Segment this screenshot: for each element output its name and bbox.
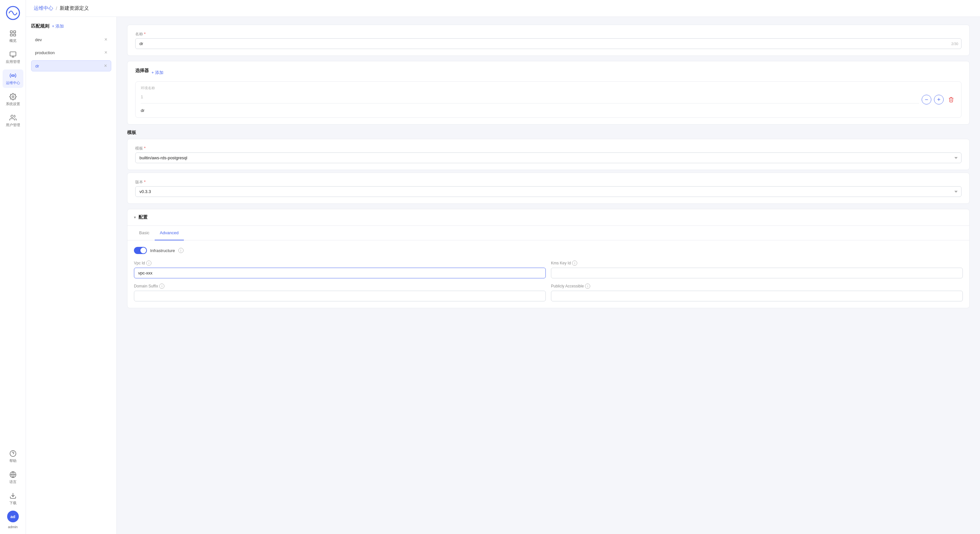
name-label: 名称 *	[135, 32, 961, 37]
sidebar-bottom: 帮助 语言 下载 ad admin	[3, 447, 23, 529]
template-select[interactable]: builtin/aws-rds-postgresql	[135, 153, 961, 163]
config-header[interactable]: ▾ 配置	[127, 209, 969, 226]
infrastructure-toggle-row: Infrastructure i	[134, 247, 963, 254]
version-select[interactable]: v0.3.3	[135, 186, 961, 197]
breadcrumb-link[interactable]: 运维中心	[34, 5, 53, 11]
version-select-wrapper: v0.3.3	[135, 186, 961, 197]
sidebar-item-user-management[interactable]: 用户管理	[3, 112, 23, 130]
rule-item-dr[interactable]: dr ×	[31, 61, 111, 72]
publicly-accessible-group: Publicly Accessible i	[551, 284, 963, 301]
matching-rule-header: 匹配规则 + 添加	[31, 23, 111, 29]
add-rule-button[interactable]: + 添加	[52, 23, 64, 29]
svg-point-7	[12, 96, 14, 98]
domain-suffix-label: Domain Suffix i	[134, 284, 546, 289]
rule-item-production[interactable]: production ×	[31, 47, 111, 58]
minus-button[interactable]: −	[922, 95, 931, 104]
logo	[5, 5, 21, 21]
config-title: 配置	[138, 214, 148, 220]
infrastructure-toggle[interactable]	[134, 247, 147, 254]
vpc-id-group: Vpc Id i	[134, 260, 546, 278]
selector-number[interactable]	[141, 94, 154, 99]
selector-title: 选择器	[135, 68, 149, 73]
delete-button[interactable]	[946, 95, 956, 104]
content-area: 匹配规则 + 添加 dev × production × dr × 名称 *	[26, 17, 980, 534]
publicly-accessible-info-icon[interactable]: i	[585, 284, 590, 289]
selector-header: 选择器 + 添加	[135, 68, 961, 78]
domain-suffix-info-icon[interactable]: i	[159, 284, 164, 289]
publicly-accessible-input[interactable]	[551, 291, 963, 301]
rule-item-dev[interactable]: dev ×	[31, 34, 111, 45]
tab-advanced[interactable]: Advanced	[155, 226, 184, 241]
sidebar-item-system-settings[interactable]: 系统设置	[3, 91, 23, 109]
right-panel: 名称 * 2/30 选择器 + 添加 环境名称	[117, 17, 980, 534]
sidebar: 概览 应用管理 运维中心 系统设置 用户管理	[0, 0, 26, 534]
sidebar-item-overview[interactable]: 概览	[3, 27, 23, 46]
selector-value-input[interactable]	[141, 107, 919, 113]
main-content: 运维中心 / 新建资源定义 匹配规则 + 添加 dev × production…	[26, 0, 980, 534]
left-panel: 匹配规则 + 添加 dev × production × dr ×	[26, 17, 117, 534]
infrastructure-info-icon[interactable]: i	[178, 248, 183, 253]
matching-rule-title: 匹配规则	[31, 23, 49, 29]
name-card: 名称 * 2/30	[127, 25, 970, 56]
close-icon-production[interactable]: ×	[104, 50, 107, 55]
kms-key-info-icon[interactable]: i	[572, 260, 577, 266]
char-count: 2/30	[951, 42, 958, 46]
svg-rect-5	[10, 52, 16, 56]
close-icon-dev[interactable]: ×	[104, 37, 107, 42]
publicly-accessible-label: Publicly Accessible i	[551, 284, 963, 289]
svg-rect-1	[10, 31, 12, 33]
plus-button[interactable]: +	[934, 95, 944, 104]
avatar: ad	[7, 511, 19, 522]
config-section: ▾ 配置 Basic Advanced Infrastructure i	[127, 209, 970, 308]
infrastructure-label: Infrastructure	[150, 248, 175, 253]
version-label: 版本 *	[135, 179, 961, 185]
kms-key-id-input[interactable]	[551, 268, 963, 278]
template-select-wrapper: builtin/aws-rds-postgresql	[135, 153, 961, 163]
vpc-id-label: Vpc Id i	[134, 260, 546, 266]
config-tabs: Basic Advanced	[127, 226, 969, 241]
kms-key-id-label: Kms Key Id i	[551, 260, 963, 266]
version-card: 版本 * v0.3.3	[127, 172, 970, 204]
header: 运维中心 / 新建资源定义	[26, 0, 980, 17]
env-label: 环境名称	[141, 86, 919, 91]
svg-point-6	[12, 75, 14, 77]
svg-rect-2	[13, 31, 15, 33]
vpc-id-input[interactable]	[134, 268, 546, 278]
selector-row: 环境名称 − +	[135, 81, 961, 118]
svg-point-8	[11, 115, 13, 118]
svg-rect-4	[13, 34, 15, 36]
name-input[interactable]	[135, 38, 961, 49]
template-label: 模板 *	[135, 146, 961, 151]
user-name: admin	[8, 525, 18, 529]
svg-rect-3	[10, 34, 12, 36]
sidebar-item-app-management[interactable]: 应用管理	[3, 48, 23, 67]
selector-input-group: 环境名称	[141, 86, 919, 113]
close-icon-dr[interactable]: ×	[104, 63, 107, 69]
config-body: Infrastructure i Vpc Id i	[127, 241, 969, 308]
svg-point-9	[10, 451, 16, 456]
domain-suffix-group: Domain Suffix i	[134, 284, 546, 301]
page-title: 新建资源定义	[60, 5, 89, 11]
breadcrumb-separator: /	[56, 5, 57, 11]
selector-card: 选择器 + 添加 环境名称 − +	[127, 61, 970, 124]
tab-basic[interactable]: Basic	[134, 226, 155, 241]
vpc-id-info-icon[interactable]: i	[146, 260, 151, 266]
domain-suffix-input[interactable]	[134, 291, 546, 301]
kms-key-id-group: Kms Key Id i	[551, 260, 963, 278]
sidebar-item-help[interactable]: 帮助	[3, 447, 23, 466]
chevron-down-icon: ▾	[134, 215, 136, 220]
sidebar-item-download[interactable]: 下载	[3, 489, 23, 508]
sidebar-item-language[interactable]: 语言	[3, 469, 23, 487]
name-input-wrapper: 2/30	[135, 38, 961, 49]
template-card: 模板 * builtin/aws-rds-postgresql	[127, 139, 970, 170]
sidebar-item-ops-center[interactable]: 运维中心	[3, 69, 23, 88]
template-section-title: 模板	[127, 130, 970, 135]
field-grid: Vpc Id i Kms Key Id i	[134, 260, 963, 301]
add-selector-button[interactable]: + 添加	[151, 70, 164, 76]
